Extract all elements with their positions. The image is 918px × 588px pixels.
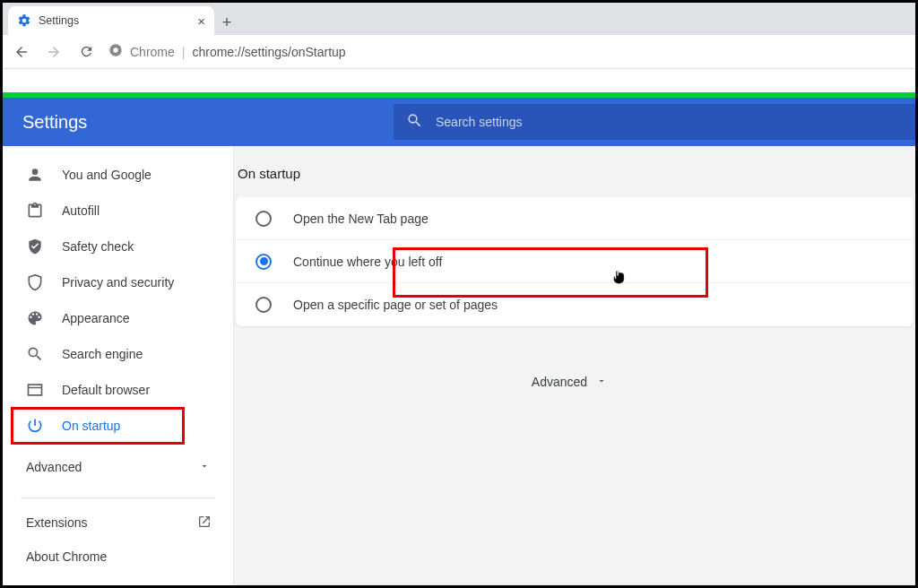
sidebar-item-label: Search engine [62, 347, 143, 361]
radio-checked-icon [255, 254, 272, 270]
palette-icon [26, 309, 44, 327]
browser-tab[interactable]: Settings × [8, 6, 214, 35]
shield-check-icon [26, 238, 44, 255]
browser-toolbar: Chrome | chrome://settings/onStartup [3, 35, 915, 69]
gear-icon [17, 13, 31, 28]
sidebar-advanced-toggle[interactable]: Advanced [3, 449, 233, 485]
option-continue[interactable]: Continue where you left off [236, 240, 914, 283]
chevron-down-icon [199, 460, 210, 474]
url-separator: | [182, 45, 186, 59]
option-label: Continue where you left off [293, 255, 442, 269]
option-new-tab[interactable]: Open the New Tab page [236, 197, 914, 240]
shield-icon [26, 273, 44, 291]
sidebar-item-privacy[interactable]: Privacy and security [3, 264, 233, 300]
search-input[interactable] [436, 115, 903, 129]
new-tab-button[interactable]: + [214, 10, 239, 35]
sidebar-item-search-engine[interactable]: Search engine [3, 336, 233, 372]
sidebar-extensions[interactable]: Extensions [3, 506, 233, 540]
advanced-label: Advanced [532, 375, 587, 389]
address-bar[interactable]: Chrome | chrome://settings/onStartup [108, 43, 346, 60]
search-icon [406, 112, 423, 133]
sidebar-item-on-startup[interactable]: On startup [3, 408, 233, 444]
person-icon [26, 166, 44, 184]
sidebar-advanced-label: Advanced [26, 460, 82, 474]
option-label: Open the New Tab page [293, 212, 429, 226]
sidebar-about[interactable]: About Chrome [3, 540, 233, 574]
sidebar-item-label: Default browser [62, 383, 150, 397]
option-specific-pages[interactable]: Open a specific page or set of pages [236, 283, 914, 326]
sidebar-item-appearance[interactable]: Appearance [3, 300, 233, 336]
settings-header: Settings [3, 98, 915, 146]
radio-icon [255, 297, 272, 313]
power-icon [26, 417, 44, 435]
sidebar-item-autofill[interactable]: Autofill [3, 193, 233, 229]
forward-button[interactable] [44, 42, 64, 62]
tab-title: Settings [39, 14, 79, 27]
sidebar: You and Google Autofill Safety check Pri… [3, 146, 234, 585]
main-panel: On startup Open the New Tab page Continu… [234, 146, 915, 585]
sidebar-item-label: On startup [62, 419, 120, 433]
url-label: Chrome [130, 45, 175, 59]
sidebar-item-label: Privacy and security [62, 275, 174, 290]
url-text: chrome://settings/onStartup [192, 45, 345, 59]
sidebar-about-label: About Chrome [26, 549, 107, 564]
sidebar-separator [21, 497, 215, 498]
startup-options-card: Open the New Tab page Continue where you… [236, 197, 914, 326]
sidebar-item-label: Appearance [62, 311, 130, 325]
page-title: Settings [3, 112, 394, 133]
external-link-icon [197, 514, 212, 532]
chrome-icon [108, 43, 123, 60]
svg-point-1 [113, 48, 117, 52]
sidebar-item-you-google[interactable]: You and Google [3, 157, 233, 193]
reload-button[interactable] [76, 42, 96, 62]
advanced-toggle[interactable]: Advanced [236, 375, 914, 389]
sidebar-item-label: Autofill [62, 203, 100, 218]
section-title: On startup [236, 166, 914, 181]
sidebar-item-label: Safety check [62, 239, 134, 254]
sidebar-item-safety[interactable]: Safety check [3, 229, 233, 264]
search-settings[interactable] [394, 104, 915, 140]
browser-icon [26, 381, 44, 399]
search-icon [26, 345, 44, 363]
clipboard-icon [26, 202, 44, 220]
back-button[interactable] [12, 42, 31, 62]
radio-icon [255, 211, 272, 227]
option-label: Open a specific page or set of pages [293, 298, 498, 312]
content-area: You and Google Autofill Safety check Pri… [3, 146, 915, 585]
sidebar-item-default-browser[interactable]: Default browser [3, 372, 233, 408]
content-gap [3, 69, 915, 92]
close-icon[interactable]: × [197, 13, 205, 29]
sidebar-extensions-label: Extensions [26, 515, 87, 530]
chevron-down-icon [596, 375, 607, 389]
sidebar-item-label: You and Google [62, 168, 152, 182]
browser-tab-strip: Settings × + [3, 3, 915, 35]
